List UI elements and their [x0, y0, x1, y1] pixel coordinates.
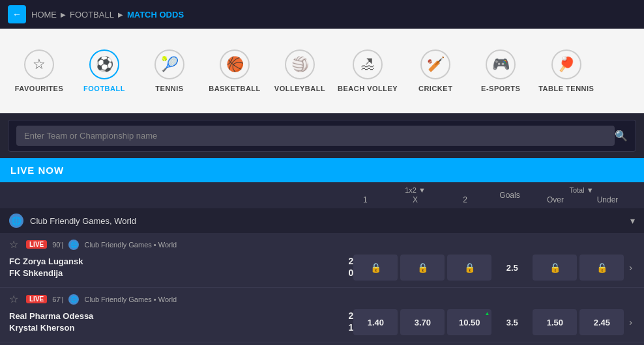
over-btn[interactable]: 1.50: [533, 309, 577, 335]
sport-label-cricket: CRICKET: [418, 85, 452, 92]
sport-icon-cricket: 🏏: [420, 49, 450, 79]
team1-name-0-0: FC Zorya Lugansk: [9, 256, 83, 266]
top-nav: ← HOME ▶ FOOTBALL ▶ MATCH ODDS: [0, 0, 644, 29]
search-section: 🔍: [0, 113, 644, 158]
under-btn[interactable]: 🔒: [579, 255, 624, 281]
header-col-under: Under: [583, 195, 632, 204]
search-wrapper: 🔍: [8, 120, 636, 152]
sport-tab-esports[interactable]: 🎮 E-SPORTS: [468, 29, 533, 113]
match-time-0-0: 90'|: [52, 241, 63, 249]
odds-group-0-1: 1.40 3.70 10.50▲ 3.5 1.50 2.45 ›: [353, 309, 635, 335]
team-row-1-0-0: FC Zorya Lugansk 2: [9, 256, 353, 266]
sport-label-football: FOOTBALL: [83, 85, 125, 92]
league-icon-0-0: 🌐: [68, 240, 79, 250]
match-meta-0-0: ☆ LIVE 90'| 🌐 Club Friendly Games • Worl…: [9, 238, 635, 251]
lock-icon: 🔒: [370, 262, 381, 273]
oddx-btn[interactable]: 3.70: [400, 309, 445, 335]
sport-label-tennis: TENNIS: [155, 85, 183, 92]
under-btn[interactable]: 2.45: [579, 309, 624, 335]
search-icon: 🔍: [615, 130, 628, 142]
header-1x2-group: 1x2 ▼ 1 X 2: [340, 186, 490, 204]
sport-icon-tennis: 🎾: [154, 49, 184, 79]
sport-label-esports: E-SPORTS: [481, 85, 520, 92]
odd2-btn[interactable]: 🔒: [447, 255, 491, 281]
sport-icon-esports: 🎮: [486, 49, 516, 79]
match-row-0-0: ☆ LIVE 90'| 🌐 Club Friendly Games • Worl…: [0, 233, 644, 288]
over-btn[interactable]: 🔒: [533, 255, 577, 281]
sport-icon-volleyball: 🏐: [285, 49, 315, 79]
main-content: LIVE NOW 1x2 ▼ 1 X 2 Goals Total ▼ Over …: [0, 158, 644, 345]
more-arrow-0-0[interactable]: ›: [626, 262, 635, 273]
lock-icon: 🔒: [417, 262, 428, 273]
table-header: 1x2 ▼ 1 X 2 Goals Total ▼ Over Under: [0, 182, 644, 208]
header-col-over: Over: [531, 195, 580, 204]
odd2-btn[interactable]: 10.50▲: [447, 309, 491, 335]
team-row-1-0-1: Real Pharma Odessa 2: [9, 310, 353, 321]
sport-label-beach_volley: BEACH VOLLEY: [338, 85, 398, 92]
team1-score-0-1: 2: [349, 310, 354, 321]
live-badge-0-0: LIVE: [26, 240, 47, 249]
sports-tabs: ☆ FAVOURITES ⚽ FOOTBALL 🎾 TENNIS 🏀 BASKE…: [0, 29, 644, 113]
match-teams-0-1: Real Pharma Odessa 2 Krystal Kherson 1: [9, 310, 353, 334]
odd1-btn[interactable]: 1.40: [353, 309, 398, 335]
group-name-0: Club Friendly Games, World: [30, 216, 624, 226]
sport-label-volleyball: VOLLEYBALL: [274, 85, 325, 92]
lock-icon: 🔒: [464, 262, 475, 273]
sport-label-table_tennis: TABLE TENNIS: [538, 85, 594, 92]
live-now-bar: LIVE NOW: [0, 158, 644, 182]
goals-val-0-1: 3.5: [494, 318, 530, 327]
lock-icon: 🔒: [596, 262, 607, 273]
star-icon-0-0[interactable]: ☆: [9, 238, 18, 251]
sport-icon-table_tennis: 🏓: [551, 49, 581, 79]
header-total-label: Total ▼: [569, 186, 593, 194]
team1-score-0-0: 2: [349, 256, 354, 266]
breadcrumb-home: HOME: [31, 10, 57, 20]
expand-icon-0[interactable]: ▾: [630, 215, 635, 226]
search-input[interactable]: [16, 126, 615, 146]
match-meta-0-1: ☆ LIVE 67'| 🌐 Club Friendly Games • Worl…: [9, 293, 635, 305]
league-icon-0-1: 🌐: [68, 294, 79, 305]
team1-name-0-1: Real Pharma Odessa: [9, 311, 93, 321]
sport-tab-tennis[interactable]: 🎾 TENNIS: [137, 29, 202, 113]
sport-tab-volleyball[interactable]: 🏐 VOLLEYBALL: [267, 29, 332, 113]
sport-tab-beach_volley[interactable]: 🏖 BEACH VOLLEY: [332, 29, 403, 113]
groups-container: 🌐 Club Friendly Games, World ▾ ☆ LIVE 90…: [0, 208, 644, 345]
team-row-2-0-0: FK Shkendija 0: [9, 268, 353, 278]
sport-tab-favourites[interactable]: ☆ FAVOURITES: [7, 29, 72, 113]
team2-name-0-0: FK Shkendija: [9, 268, 63, 278]
header-1x2-label: 1x2 ▼: [405, 186, 426, 194]
team2-score-0-0: 0: [349, 268, 354, 278]
sport-icon-favourites: ☆: [24, 49, 54, 79]
header-goals: Goals: [490, 191, 529, 200]
sport-icon-beach_volley: 🏖: [353, 49, 383, 79]
match-time-0-1: 67'|: [52, 296, 63, 303]
breadcrumb-football: FOOTBALL: [70, 10, 114, 20]
group-flag-0: 🌐: [9, 214, 23, 228]
breadcrumb-sep-2: ▶: [118, 11, 123, 18]
match-teams-0-0: FC Zorya Lugansk 2 FK Shkendija 0: [9, 256, 353, 279]
group-header-0[interactable]: 🌐 Club Friendly Games, World ▾: [0, 208, 644, 233]
star-icon-0-1[interactable]: ☆: [9, 293, 18, 305]
lock-icon: 🔒: [549, 262, 561, 273]
match-content-0-1: Real Pharma Odessa 2 Krystal Kherson 1 1…: [9, 309, 635, 335]
live-badge-0-1: LIVE: [26, 295, 47, 303]
live-now-text: LIVE NOW: [10, 165, 64, 176]
back-button[interactable]: ←: [8, 5, 26, 23]
sport-tab-table_tennis[interactable]: 🏓 TABLE TENNIS: [533, 29, 599, 113]
header-col-1: 1: [342, 195, 388, 204]
odd1-btn[interactable]: 🔒: [353, 255, 398, 281]
oddx-btn[interactable]: 🔒: [400, 255, 445, 281]
breadcrumb-sep-1: ▶: [61, 11, 66, 18]
sport-tab-football[interactable]: ⚽ FOOTBALL: [72, 29, 137, 113]
arrow-up-icon: ▲: [484, 310, 490, 316]
sport-tab-cricket[interactable]: 🏏 CRICKET: [403, 29, 468, 113]
sport-tab-basketball[interactable]: 🏀 BASKETBALL: [202, 29, 267, 113]
more-arrow-0-1[interactable]: ›: [626, 317, 635, 327]
league-name-0-1: Club Friendly Games • World: [84, 296, 177, 303]
header-col-x: X: [392, 195, 438, 204]
match-row-0-2: ☆ LIVE Halftime 🌐 Club Friendly Games • …: [0, 342, 644, 345]
sport-label-favourites: FAVOURITES: [15, 85, 63, 92]
header-total-group: Total ▼ Over Under: [529, 186, 634, 204]
sport-icon-football: ⚽: [89, 49, 119, 79]
odds-group-0-0: 🔒 🔒 🔒 2.5 🔒 🔒 ›: [353, 255, 635, 281]
